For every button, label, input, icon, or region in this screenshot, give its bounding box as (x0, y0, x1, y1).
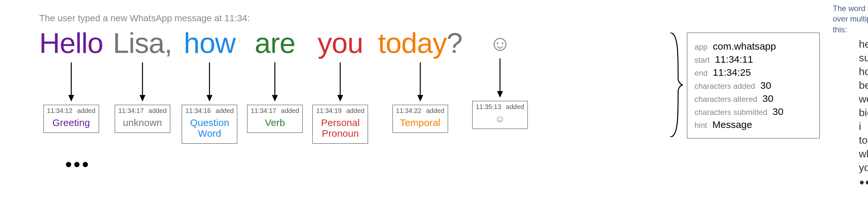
sentence-area: Hello11:34:12addedGreetingLisa,11:34:17a… (39, 27, 650, 144)
meta-time: 11:34:16 (185, 107, 211, 114)
meta-status: added (216, 107, 234, 114)
freq-caption: The word frequency table, accumulated ov… (833, 3, 868, 35)
diagram-stage: The user typed a new WhatsApp message at… (39, 13, 829, 190)
token-punct: , (164, 27, 172, 59)
arrow-down-icon (496, 59, 504, 98)
token-meta-box: 11:35:13added☺ (472, 101, 528, 129)
token-text: Hello (39, 27, 103, 59)
token-meta-box: 11:34:16addedQuestion Word (182, 105, 237, 144)
event-key: characters altered (694, 95, 757, 104)
meta-status: added (148, 107, 167, 114)
curly-brace-icon (663, 33, 683, 137)
token-meta-box: 11:34:22addedTemporal (393, 105, 448, 133)
freq-word: we (859, 93, 868, 105)
freq-word: bicycle (859, 107, 868, 119)
event-key: characters added (694, 81, 755, 91)
event-val: 30 (773, 106, 783, 117)
left-panel: The user typed a new WhatsApp message at… (39, 13, 650, 175)
token-word: are (255, 27, 295, 59)
event-row-altered: characters altered 30 (694, 93, 812, 104)
arrow-down-icon (416, 62, 424, 102)
meta-label: unknown (118, 117, 167, 128)
event-val: com.whatsapp (713, 41, 776, 52)
meta-label: Greeting (47, 117, 95, 128)
event-key: hint (694, 121, 707, 130)
svg-marker-13 (497, 91, 503, 98)
freq-word: you (859, 162, 868, 174)
event-row-submitted: characters submitted 30 (694, 106, 812, 117)
arrow-down-icon (271, 62, 279, 102)
meta-label: Temporal (396, 117, 444, 128)
meta-head: 11:34:17added (251, 107, 299, 114)
token-meta-box: 11:34:19addedPersonal Pronoun (312, 105, 368, 144)
meta-label: Question Word (185, 117, 234, 139)
event-val: Message (712, 119, 752, 130)
arrow-down-icon (336, 62, 344, 102)
meta-status: added (426, 107, 444, 114)
freq-word: hello (859, 38, 868, 50)
token-meta-box: 11:34:17addedunknown (115, 105, 170, 133)
meta-time: 11:34:22 (396, 107, 422, 114)
freq-word: be (859, 79, 868, 92)
svg-marker-9 (337, 95, 343, 102)
token-meta-box: 11:34:12addedGreeting (43, 105, 99, 133)
freq-ellipsis: ••• (859, 175, 868, 190)
event-val: 11:34:25 (713, 67, 751, 78)
token-column: Lisa,11:34:17addedunknown (113, 27, 172, 144)
token-text: Lisa (113, 27, 164, 59)
meta-time: 11:34:17 (251, 107, 276, 114)
token-word: you (318, 27, 363, 59)
ellipsis-dots: ••• (65, 153, 650, 175)
meta-head: 11:35:13added (476, 103, 524, 111)
token-column: Hello11:34:12addedGreeting (39, 27, 103, 144)
event-key: start (694, 56, 710, 65)
token-text: are (255, 27, 295, 59)
meta-status: added (506, 103, 524, 111)
token-text: ☺ (489, 31, 510, 55)
event-key: app (694, 42, 708, 52)
meta-head: 11:34:22added (396, 107, 444, 114)
event-val: 11:34:11 (715, 54, 753, 65)
token-meta-box: 11:34:17addedVerb (247, 105, 303, 133)
event-row-app: app com.whatsapp (694, 41, 812, 52)
smiley-icon: ☺ (489, 27, 510, 55)
meta-head: 11:34:19added (316, 107, 364, 114)
event-key: end (694, 69, 708, 78)
meta-label: Personal Pronoun (316, 117, 364, 139)
token-text: how (184, 27, 235, 59)
meta-time: 11:34:19 (316, 107, 342, 114)
token-column: today?11:34:22addedTemporal (378, 27, 462, 144)
freq-word: why (859, 148, 868, 160)
svg-marker-1 (68, 95, 74, 102)
meta-status: added (281, 107, 299, 114)
svg-marker-5 (207, 95, 212, 102)
freq-word: how (859, 66, 868, 78)
arrow-down-icon (206, 62, 213, 102)
token-punct: ? (447, 27, 462, 59)
freq-word: summer (859, 52, 868, 64)
brace-and-event: app com.whatsapp start 11:34:11 end 11:3… (663, 33, 819, 138)
event-row-end: end 11:34:25 (694, 67, 812, 78)
meta-status: added (77, 107, 95, 114)
event-key: characters submitted (694, 108, 767, 117)
arrow-down-icon (67, 62, 75, 102)
meta-label: Verb (251, 117, 299, 128)
meta-head: 11:34:17added (118, 107, 167, 114)
token-word: how (184, 27, 235, 59)
token-text: today (378, 27, 446, 59)
event-val: 30 (763, 93, 773, 104)
token-column: you11:34:19addedPersonal Pronoun (312, 27, 368, 144)
arrow-down-icon (138, 62, 147, 102)
svg-marker-11 (417, 95, 423, 102)
token-column: how11:34:16addedQuestion Word (182, 27, 237, 144)
freq-table: hello322summer16how84be129we99bicycle12i… (859, 38, 868, 190)
meta-time: 11:34:17 (118, 107, 144, 114)
event-row-start: start 11:34:11 (694, 54, 812, 65)
meta-time: 11:34:12 (47, 107, 72, 114)
smiley-icon: ☺ (476, 113, 524, 124)
right-panel: The word frequency table, accumulated ov… (833, 3, 868, 190)
token-row: Hello11:34:12addedGreetingLisa,11:34:17a… (39, 27, 650, 144)
freq-word: i (859, 121, 868, 133)
event-row-added: characters added 30 (694, 80, 812, 91)
event-box: app com.whatsapp start 11:34:11 end 11:3… (687, 33, 819, 138)
